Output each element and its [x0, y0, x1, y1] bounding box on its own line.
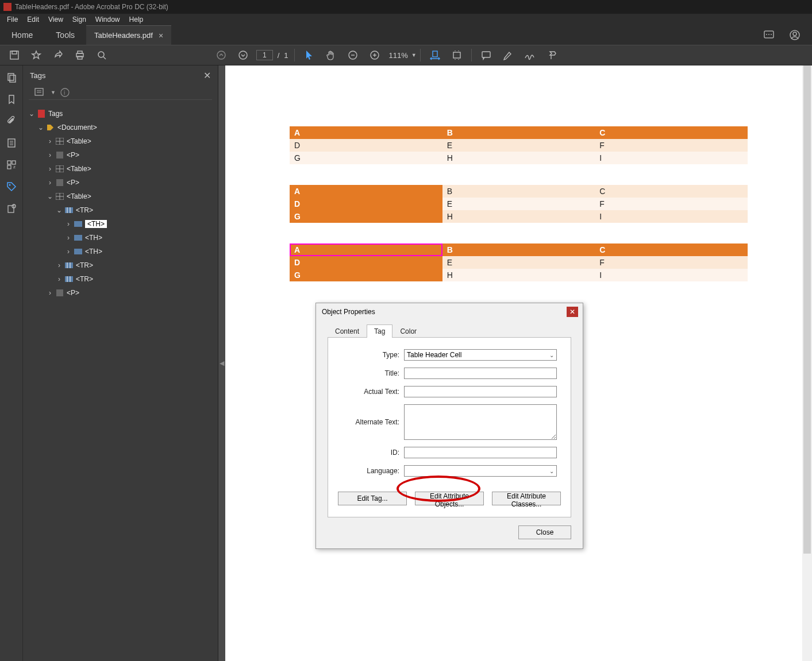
- svg-point-3: [771, 34, 772, 35]
- dialog-close-icon[interactable]: ✕: [567, 307, 578, 317]
- tags-tree[interactable]: ⌄Tags ⌄<Document> ›<Table> ›<P> ›<Table>…: [23, 103, 218, 661]
- tree-item[interactable]: <Table>: [67, 137, 91, 145]
- tree-item[interactable]: <TH>: [85, 248, 102, 256]
- fit-width-icon[interactable]: [429, 49, 441, 61]
- fit-page-icon[interactable]: [451, 49, 463, 61]
- order-panel-icon[interactable]: z: [5, 159, 18, 171]
- tab-color[interactable]: Color: [392, 324, 424, 338]
- type-select[interactable]: Table Header Cell⌄: [404, 349, 557, 361]
- tree-item[interactable]: <TR>: [76, 261, 93, 269]
- tag-icon: [46, 123, 55, 132]
- vertical-scrollbar[interactable]: [802, 65, 812, 661]
- zoom-in-icon[interactable]: [368, 49, 381, 61]
- page-up-icon[interactable]: [215, 49, 228, 61]
- chevron-down-icon[interactable]: ▼: [51, 90, 56, 95]
- page-number-input[interactable]: 1: [256, 50, 273, 60]
- title-input[interactable]: [404, 368, 557, 379]
- panel-collapse-handle[interactable]: ◀: [220, 360, 224, 367]
- bookmarks-panel-icon[interactable]: [5, 93, 18, 106]
- hand-tool-icon[interactable]: [325, 49, 337, 61]
- share-icon[interactable]: [52, 49, 64, 61]
- zoom-level[interactable]: 111%: [389, 51, 408, 60]
- zoom-dropdown-icon[interactable]: ▼: [411, 52, 417, 58]
- menu-file[interactable]: File: [7, 16, 18, 24]
- more-tools-icon[interactable]: [545, 49, 558, 61]
- cell: G: [290, 269, 442, 281]
- menu-sign[interactable]: Sign: [72, 16, 86, 24]
- select-tool-icon[interactable]: [303, 49, 315, 61]
- expand-icon[interactable]: ›: [64, 220, 72, 228]
- expand-icon[interactable]: ⌄: [28, 110, 36, 118]
- edit-attribute-objects-button[interactable]: Edit Attribute Objects...: [415, 492, 484, 505]
- tree-item[interactable]: <Table>: [67, 165, 91, 173]
- menu-window[interactable]: Window: [95, 16, 120, 24]
- accessibility-panel-icon[interactable]: [5, 202, 18, 215]
- tree-document[interactable]: <Document>: [57, 123, 97, 132]
- actual-text-input[interactable]: [404, 386, 557, 397]
- notifications-icon[interactable]: [760, 30, 779, 40]
- zoom-out-icon[interactable]: [347, 49, 359, 61]
- panel-options-icon[interactable]: [34, 88, 46, 97]
- svg-rect-63: [65, 276, 73, 282]
- attachments-panel-icon[interactable]: [5, 115, 18, 127]
- expand-icon[interactable]: ⌄: [46, 192, 54, 200]
- edit-tag-button[interactable]: Edit Tag...: [338, 492, 407, 505]
- comment-icon[interactable]: [480, 49, 492, 61]
- star-icon[interactable]: [30, 49, 43, 61]
- scrollbar-thumb[interactable]: [803, 65, 811, 554]
- expand-icon[interactable]: ›: [64, 248, 72, 256]
- id-input[interactable]: [404, 447, 557, 458]
- tree-item[interactable]: <TR>: [76, 275, 93, 283]
- expand-icon[interactable]: ⌄: [55, 206, 63, 214]
- expand-icon[interactable]: ›: [64, 234, 72, 242]
- tree-root[interactable]: Tags: [48, 110, 63, 118]
- menu-view[interactable]: View: [48, 16, 63, 24]
- tree-item[interactable]: <P>: [67, 289, 79, 297]
- tree-item[interactable]: <TR>: [76, 206, 93, 214]
- find-icon[interactable]: [95, 49, 108, 61]
- tab-content[interactable]: Content: [328, 324, 367, 338]
- print-icon[interactable]: [74, 49, 86, 61]
- expand-icon[interactable]: ›: [55, 275, 63, 283]
- expand-icon[interactable]: ›: [55, 261, 63, 269]
- edit-attribute-classes-button[interactable]: Edit Attribute Classes...: [492, 492, 561, 505]
- alt-text-input[interactable]: [404, 404, 557, 440]
- tree-item[interactable]: <TH>: [85, 234, 102, 242]
- document-tab[interactable]: TableHeaders.pdf ×: [86, 25, 171, 45]
- home-tab[interactable]: Home: [0, 25, 44, 45]
- document-tab-label: TableHeaders.pdf: [94, 31, 153, 40]
- cell: H: [442, 210, 595, 223]
- pages-panel-icon[interactable]: [5, 71, 18, 84]
- cell: E: [442, 139, 595, 152]
- svg-text:i: i: [64, 90, 65, 96]
- expand-icon[interactable]: ⌄: [37, 123, 45, 132]
- menu-help[interactable]: Help: [129, 16, 144, 24]
- tree-item[interactable]: <Table>: [67, 192, 91, 200]
- close-button[interactable]: Close: [518, 525, 571, 539]
- expand-icon[interactable]: ›: [46, 165, 54, 173]
- expand-icon[interactable]: ›: [46, 289, 54, 297]
- tags-panel-icon[interactable]: [5, 180, 18, 193]
- highlight-icon[interactable]: [502, 49, 514, 61]
- sign-in-icon[interactable]: [786, 29, 804, 41]
- panel-close-icon[interactable]: ✕: [203, 70, 211, 81]
- cell: G: [290, 210, 442, 223]
- tree-item-selected[interactable]: <TH>: [85, 220, 107, 228]
- expand-icon[interactable]: ›: [46, 137, 54, 145]
- expand-icon[interactable]: ›: [46, 179, 54, 187]
- svg-line-12: [103, 57, 106, 59]
- close-tab-icon[interactable]: ×: [159, 31, 163, 40]
- tree-item[interactable]: <P>: [67, 151, 79, 159]
- tab-tag[interactable]: Tag: [367, 324, 392, 338]
- page-down-icon[interactable]: [237, 49, 249, 61]
- save-icon[interactable]: [8, 49, 21, 61]
- language-select[interactable]: ⌄: [404, 465, 557, 477]
- expand-icon[interactable]: ›: [46, 151, 54, 159]
- content-panel-icon[interactable]: [5, 137, 18, 149]
- sign-icon[interactable]: [524, 49, 536, 61]
- tools-tab[interactable]: Tools: [44, 25, 86, 45]
- info-icon[interactable]: i: [60, 88, 70, 97]
- menu-edit[interactable]: Edit: [27, 16, 39, 24]
- tree-item[interactable]: <P>: [67, 179, 79, 187]
- menu-bar: File Edit View Sign Window Help: [0, 14, 812, 25]
